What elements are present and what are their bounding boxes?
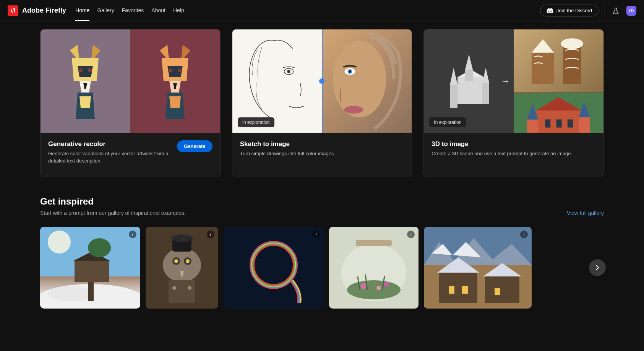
main-content: Generative recolor Generate color variat… [0,21,644,324]
generate-button[interactable]: Generate [177,140,212,152]
treehouse-art [40,227,140,309]
info-icon[interactable]: i [520,231,528,238]
svg-rect-35 [532,53,554,84]
painted-castle-art [514,92,603,133]
svg-point-59 [171,234,193,242]
svg-rect-46 [556,119,562,127]
feature-card-sketch[interactable]: In exploration Sketch to image Turn simp… [232,29,412,177]
svg-point-51 [48,286,94,301]
nav-favorites[interactable]: Favorites [122,0,144,21]
svg-rect-89 [449,286,454,294]
svg-rect-90 [462,286,468,294]
dog-art-right [148,43,202,119]
inspire-card-letter[interactable]: i [224,227,324,309]
nav-home[interactable]: Home [75,0,89,21]
svg-point-54 [88,238,111,257]
nav-gallery[interactable]: Gallery [97,0,114,21]
beaker-icon [612,7,619,14]
svg-rect-47 [568,119,573,127]
svg-point-5 [88,68,92,72]
svg-rect-29 [450,85,457,108]
feature-title: Generative recolor [48,140,169,148]
code-icon [629,8,634,13]
sketch-art-right [322,29,412,133]
info-icon[interactable]: i [207,231,214,238]
svg-point-77 [347,280,401,299]
main-nav: Home Gallery Favorites About Help [75,0,184,21]
nav-about[interactable]: About [151,0,165,21]
info-icon[interactable]: i [129,231,136,238]
svg-point-67 [188,286,191,290]
dev-badge[interactable] [626,6,636,16]
svg-rect-68 [224,227,324,309]
feature-image-recolor [41,29,220,133]
feature-desc: Turn simple drawings into full-color ima… [240,150,404,158]
svg-point-49 [48,231,71,253]
inspire-title: Get inspired [40,196,186,207]
brand-name: Adobe Firefly [22,6,66,15]
svg-rect-85 [439,273,477,303]
terrarium-art [329,227,419,309]
svg-rect-91 [495,288,500,295]
feature-title: Sketch to image [240,140,404,148]
svg-rect-33 [482,83,489,104]
gingerbread-art [514,29,603,92]
inspire-subtitle: Start with a prompt from our gallery of … [40,210,186,216]
svg-point-21 [287,70,290,73]
inspire-carousel: i i [40,227,604,309]
svg-rect-87 [485,276,519,303]
svg-rect-55 [88,282,94,301]
feature-title: 3D to image [431,140,596,148]
feature-card-recolor[interactable]: Generative recolor Generate color variat… [40,29,221,177]
logo[interactable]: Adobe Firefly [8,5,66,16]
svg-point-79 [376,286,381,290]
inspire-card-terrarium[interactable]: i [329,227,419,309]
exploration-badge: In exploration [429,117,466,127]
feature-image-sketch: In exploration [232,29,412,133]
labs-button[interactable] [611,6,620,15]
nav-help[interactable]: Help [173,0,184,21]
svg-rect-52 [75,261,109,282]
svg-rect-27 [457,77,484,104]
svg-point-25 [349,70,351,73]
cabin-art [424,227,532,309]
svg-rect-65 [169,280,195,303]
inspire-card-cabin[interactable]: i [424,227,532,309]
svg-point-26 [344,106,363,114]
svg-point-80 [384,281,389,287]
inspire-header: Get inspired Start with a prompt from ou… [40,196,604,216]
header-divider [605,6,605,15]
castle-3d-art [438,47,500,115]
svg-point-37 [561,38,583,49]
svg-marker-34 [482,68,489,83]
svg-point-4 [79,68,83,72]
svg-point-63 [186,259,190,263]
rhino-art [146,227,218,309]
discord-label: Join the Discord [556,8,592,13]
feature-card-3d[interactable]: → [423,29,604,177]
svg-rect-31 [465,70,473,81]
svg-rect-41 [527,119,538,133]
svg-point-22 [333,41,386,117]
svg-point-62 [174,259,178,263]
inspire-card-rhino[interactable]: i [146,227,218,309]
svg-rect-45 [545,119,550,127]
slider-handle[interactable] [319,78,324,84]
inspire-card-treehouse[interactable]: i [40,227,140,309]
svg-point-78 [360,283,367,289]
header-left: Adobe Firefly Home Gallery Favorites Abo… [8,0,184,21]
wire-letter-art [224,227,324,309]
svg-point-66 [172,286,176,290]
header-right: Join the Discord [540,5,636,16]
carousel-next-button[interactable] [589,259,606,276]
discord-button[interactable]: Join the Discord [540,5,599,16]
adobe-logo-icon [8,5,18,16]
info-icon[interactable]: i [312,231,320,238]
feature-desc: Create a 3D scene and use a text prompt … [431,150,596,158]
svg-rect-76 [356,240,392,246]
exploration-badge: In exploration [238,117,274,127]
info-icon[interactable]: i [407,231,415,238]
dog-art-left [58,43,112,119]
feature-image-3d: → [424,29,603,133]
view-full-gallery-link[interactable]: View full gallery [567,210,604,216]
